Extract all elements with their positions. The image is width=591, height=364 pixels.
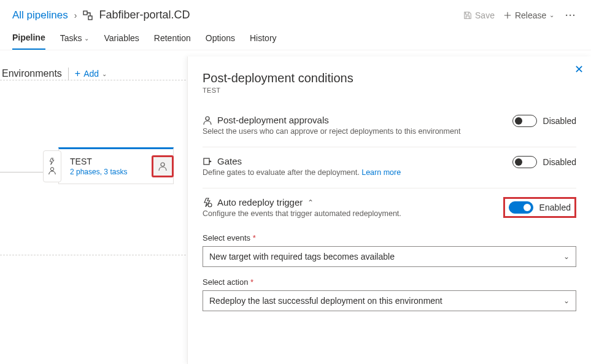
select-events-label: Select events *	[203, 233, 256, 242]
person-icon	[48, 166, 56, 175]
top-actions: Save Release ⌄ ···	[463, 10, 579, 20]
select-events-dropdown[interactable]: New target with required tags becomes av…	[203, 246, 576, 267]
breadcrumb-root[interactable]: All pipelines	[12, 9, 68, 21]
approvals-section: Post-deployment approvals Select the use…	[203, 106, 576, 141]
gates-learn-link[interactable]: Learn more	[361, 168, 401, 177]
svg-point-2	[50, 168, 53, 171]
svg-point-6	[208, 203, 212, 207]
add-environment-button[interactable]: + Add ⌄	[75, 68, 107, 79]
pipeline-icon	[83, 10, 93, 20]
chevron-down-icon: ⌄	[84, 35, 89, 42]
divider	[68, 68, 69, 80]
gates-section: Gates Define gates to evaluate after the…	[203, 147, 576, 182]
tab-pipeline[interactable]: Pipeline	[12, 33, 45, 50]
svg-rect-5	[204, 158, 209, 165]
person-icon	[203, 115, 212, 125]
tab-options[interactable]: Options	[206, 33, 235, 50]
svg-rect-1	[88, 16, 92, 20]
chevron-down-icon: ⌄	[549, 12, 554, 18]
tab-row: Pipeline Tasks ⌄ Variables Retention Opt…	[0, 26, 591, 50]
highlight-box: Enabled	[503, 197, 576, 218]
add-label: Add	[83, 69, 99, 79]
approvals-heading: Post-deployment approvals	[217, 115, 329, 125]
tab-retention[interactable]: Retention	[154, 33, 191, 50]
gates-toggle[interactable]	[512, 156, 537, 168]
tab-tasks[interactable]: Tasks ⌄	[60, 33, 90, 50]
breadcrumb: All pipelines › Fabfiber-portal.CD Save …	[0, 0, 591, 26]
svg-rect-0	[83, 11, 87, 15]
redeploy-desc: Configure the events that trigger automa…	[203, 209, 503, 218]
redeploy-heading: Auto redeploy trigger	[217, 197, 303, 207]
chevron-right-icon: ›	[74, 10, 77, 20]
release-button[interactable]: Release ⌄	[503, 10, 554, 20]
more-button[interactable]: ···	[563, 10, 579, 20]
gates-icon	[203, 157, 212, 166]
gates-desc: Define gates to evaluate after the deplo…	[203, 168, 512, 177]
approvals-desc: Select the users who can approve or reje…	[203, 127, 512, 136]
chevron-down-icon: ⌄	[563, 252, 570, 261]
select-action-dropdown[interactable]: Redeploy the last successful deployment …	[203, 290, 576, 311]
person-icon	[158, 161, 168, 171]
redeploy-icon	[203, 198, 212, 207]
release-label: Release	[515, 10, 546, 20]
select-action-value: Redeploy the last successful deployment …	[209, 296, 442, 306]
panel-title: Post-deployment conditions	[203, 71, 576, 85]
save-button[interactable]: Save	[463, 10, 495, 20]
chevron-down-icon: ⌄	[102, 71, 107, 77]
breadcrumb-title: Fabfiber-portal.CD	[99, 9, 190, 21]
post-conditions-button[interactable]	[152, 155, 174, 177]
save-icon	[463, 11, 472, 20]
close-button[interactable]: ✕	[574, 63, 584, 76]
redeploy-section: Auto redeploy trigger ⌃ Configure the ev…	[203, 188, 576, 223]
tab-tasks-label: Tasks	[60, 33, 82, 43]
save-label: Save	[475, 10, 495, 20]
svg-point-3	[161, 163, 164, 166]
environments-label: Environments	[2, 68, 62, 79]
panel-subtitle: TEST	[203, 87, 576, 94]
plus-icon	[503, 11, 512, 20]
gates-state: Disabled	[543, 157, 576, 167]
select-events-value: New target with required tags becomes av…	[209, 252, 395, 261]
redeploy-state: Enabled	[539, 203, 571, 212]
approvals-toggle[interactable]	[512, 115, 537, 127]
select-action-group: Select action * Redeploy the last succes…	[203, 277, 576, 311]
plus-icon: +	[75, 68, 80, 79]
select-events-group: Select events * New target with required…	[203, 233, 576, 267]
approvals-state: Disabled	[543, 116, 576, 126]
pre-conditions-button[interactable]	[43, 150, 61, 182]
stage-card[interactable]: TEST 2 phases, 3 tasks	[58, 147, 174, 184]
chevron-up-icon[interactable]: ⌃	[307, 198, 314, 207]
stage-connector	[0, 172, 43, 172]
gates-heading: Gates	[217, 156, 242, 166]
redeploy-toggle[interactable]	[509, 201, 533, 214]
chevron-down-icon: ⌄	[563, 296, 570, 305]
tab-history[interactable]: History	[250, 33, 277, 50]
svg-point-4	[206, 117, 209, 120]
post-deployment-panel: ✕ Post-deployment conditions TEST Post-d…	[187, 56, 591, 364]
trigger-icon	[48, 158, 56, 165]
tab-variables[interactable]: Variables	[104, 33, 139, 50]
select-action-label: Select action *	[203, 277, 253, 287]
